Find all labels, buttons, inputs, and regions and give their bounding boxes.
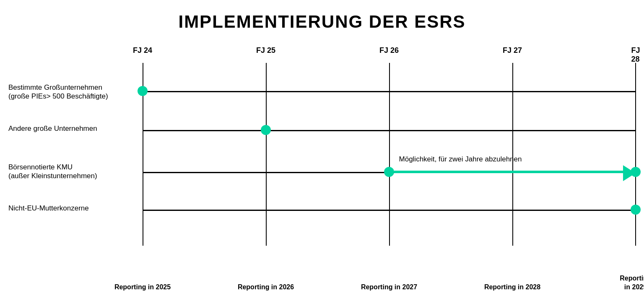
reporting-label-4: Reporting in 2029 (620, 274, 644, 292)
vtick-2 (389, 63, 390, 246)
row-label-2: Andere große Unternehmen (8, 124, 97, 133)
reporting-label-2: Reporting in 2027 (361, 283, 417, 292)
dot-row3-start (384, 167, 394, 177)
dot-row4 (631, 205, 641, 215)
col-header-fj26: FJ 26 (379, 46, 399, 55)
reporting-label-1: Reporting in 2026 (238, 283, 294, 292)
possibility-text: Möglichkeit, für zwei Jahre abzulehnen (399, 155, 522, 164)
timeline: FJ 24 FJ 25 FJ 26 FJ 27 FJ 28 (143, 46, 636, 296)
page-title: IMPLEMENTIERUNG DER ESRS (0, 0, 644, 32)
col-header-fj28: FJ 28 (631, 46, 640, 64)
dot-row2 (261, 125, 271, 135)
hline-2 (143, 130, 636, 131)
reporting-label-3: Reporting in 2028 (484, 283, 540, 292)
reporting-label-0: Reporting in 2025 (114, 283, 171, 292)
hline-1 (143, 91, 636, 92)
row-label-4: Nicht-EU-Mutterkonzerne (8, 204, 89, 213)
chart-area: Bestimmte Großunternehmen(große PIEs> 50… (0, 46, 644, 296)
row-label-1: Bestimmte Großunternehmen(große PIEs> 50… (8, 83, 108, 101)
col-header-fj24: FJ 24 (133, 46, 152, 55)
vtick-4 (635, 63, 636, 246)
kmu-arrow-line (394, 171, 628, 173)
kmu-arrow-head (623, 165, 636, 181)
hline-4 (143, 210, 636, 211)
col-header-fj25: FJ 25 (256, 46, 275, 55)
main-container: IMPLEMENTIERUNG DER ESRS Bestimmte Großu… (0, 0, 644, 296)
col-header-fj27: FJ 27 (503, 46, 522, 55)
dot-row1 (138, 86, 148, 96)
vtick-3 (512, 63, 513, 246)
row-label-3: Börsennotierte KMU(außer Kleinstunterneh… (8, 163, 97, 181)
vtick-1 (266, 63, 267, 246)
